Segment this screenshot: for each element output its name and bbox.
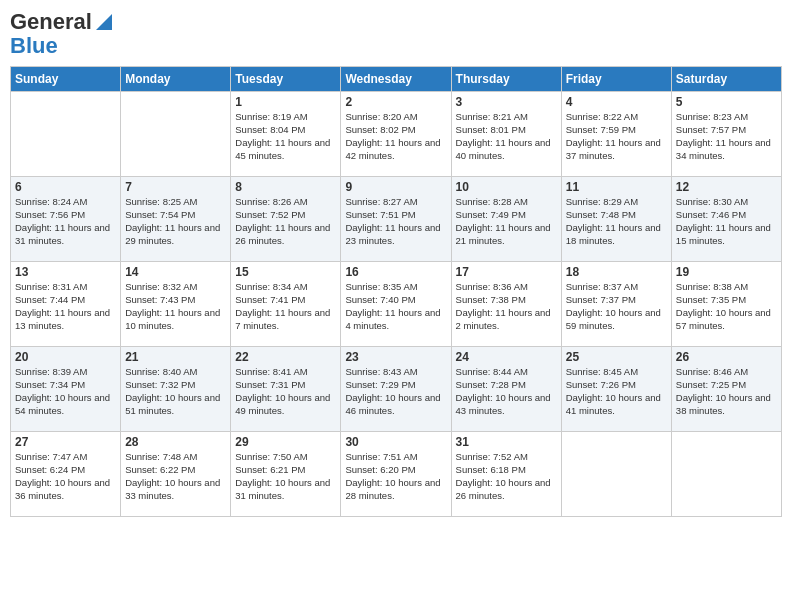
day-info: Sunrise: 8:36 AM Sunset: 7:38 PM Dayligh… (456, 281, 557, 332)
calendar-week-row: 1Sunrise: 8:19 AM Sunset: 8:04 PM Daylig… (11, 92, 782, 177)
day-number: 1 (235, 95, 336, 109)
calendar-day-header: Wednesday (341, 67, 451, 92)
calendar-cell: 27Sunrise: 7:47 AM Sunset: 6:24 PM Dayli… (11, 432, 121, 517)
day-info: Sunrise: 8:41 AM Sunset: 7:31 PM Dayligh… (235, 366, 336, 417)
logo-general: General (10, 10, 92, 34)
calendar-cell: 5Sunrise: 8:23 AM Sunset: 7:57 PM Daylig… (671, 92, 781, 177)
calendar-cell: 3Sunrise: 8:21 AM Sunset: 8:01 PM Daylig… (451, 92, 561, 177)
calendar-table: SundayMondayTuesdayWednesdayThursdayFrid… (10, 66, 782, 517)
day-number: 29 (235, 435, 336, 449)
day-info: Sunrise: 8:44 AM Sunset: 7:28 PM Dayligh… (456, 366, 557, 417)
calendar-cell: 29Sunrise: 7:50 AM Sunset: 6:21 PM Dayli… (231, 432, 341, 517)
calendar-cell: 14Sunrise: 8:32 AM Sunset: 7:43 PM Dayli… (121, 262, 231, 347)
calendar-cell: 12Sunrise: 8:30 AM Sunset: 7:46 PM Dayli… (671, 177, 781, 262)
calendar-cell: 11Sunrise: 8:29 AM Sunset: 7:48 PM Dayli… (561, 177, 671, 262)
calendar-week-row: 27Sunrise: 7:47 AM Sunset: 6:24 PM Dayli… (11, 432, 782, 517)
day-number: 21 (125, 350, 226, 364)
day-info: Sunrise: 8:35 AM Sunset: 7:40 PM Dayligh… (345, 281, 446, 332)
day-number: 24 (456, 350, 557, 364)
calendar-cell: 21Sunrise: 8:40 AM Sunset: 7:32 PM Dayli… (121, 347, 231, 432)
day-number: 16 (345, 265, 446, 279)
calendar-day-header: Saturday (671, 67, 781, 92)
svg-marker-0 (96, 14, 112, 30)
day-info: Sunrise: 8:39 AM Sunset: 7:34 PM Dayligh… (15, 366, 116, 417)
day-info: Sunrise: 8:30 AM Sunset: 7:46 PM Dayligh… (676, 196, 777, 247)
day-number: 30 (345, 435, 446, 449)
day-info: Sunrise: 8:19 AM Sunset: 8:04 PM Dayligh… (235, 111, 336, 162)
calendar-cell: 25Sunrise: 8:45 AM Sunset: 7:26 PM Dayli… (561, 347, 671, 432)
day-info: Sunrise: 8:34 AM Sunset: 7:41 PM Dayligh… (235, 281, 336, 332)
calendar-cell: 30Sunrise: 7:51 AM Sunset: 6:20 PM Dayli… (341, 432, 451, 517)
day-info: Sunrise: 8:37 AM Sunset: 7:37 PM Dayligh… (566, 281, 667, 332)
day-number: 3 (456, 95, 557, 109)
calendar-day-header: Tuesday (231, 67, 341, 92)
day-info: Sunrise: 7:51 AM Sunset: 6:20 PM Dayligh… (345, 451, 446, 502)
day-info: Sunrise: 8:43 AM Sunset: 7:29 PM Dayligh… (345, 366, 446, 417)
calendar-week-row: 13Sunrise: 8:31 AM Sunset: 7:44 PM Dayli… (11, 262, 782, 347)
day-number: 4 (566, 95, 667, 109)
calendar-cell (11, 92, 121, 177)
calendar-cell: 13Sunrise: 8:31 AM Sunset: 7:44 PM Dayli… (11, 262, 121, 347)
day-info: Sunrise: 8:31 AM Sunset: 7:44 PM Dayligh… (15, 281, 116, 332)
day-number: 10 (456, 180, 557, 194)
calendar-cell: 10Sunrise: 8:28 AM Sunset: 7:49 PM Dayli… (451, 177, 561, 262)
day-number: 26 (676, 350, 777, 364)
day-number: 20 (15, 350, 116, 364)
day-info: Sunrise: 7:52 AM Sunset: 6:18 PM Dayligh… (456, 451, 557, 502)
day-number: 9 (345, 180, 446, 194)
calendar-cell: 31Sunrise: 7:52 AM Sunset: 6:18 PM Dayli… (451, 432, 561, 517)
calendar-cell: 16Sunrise: 8:35 AM Sunset: 7:40 PM Dayli… (341, 262, 451, 347)
day-info: Sunrise: 8:32 AM Sunset: 7:43 PM Dayligh… (125, 281, 226, 332)
calendar-cell (561, 432, 671, 517)
day-info: Sunrise: 7:48 AM Sunset: 6:22 PM Dayligh… (125, 451, 226, 502)
day-number: 19 (676, 265, 777, 279)
calendar-day-header: Friday (561, 67, 671, 92)
day-info: Sunrise: 8:29 AM Sunset: 7:48 PM Dayligh… (566, 196, 667, 247)
day-number: 12 (676, 180, 777, 194)
calendar-cell: 22Sunrise: 8:41 AM Sunset: 7:31 PM Dayli… (231, 347, 341, 432)
day-number: 11 (566, 180, 667, 194)
day-number: 17 (456, 265, 557, 279)
calendar-cell: 7Sunrise: 8:25 AM Sunset: 7:54 PM Daylig… (121, 177, 231, 262)
day-number: 27 (15, 435, 116, 449)
calendar-cell: 4Sunrise: 8:22 AM Sunset: 7:59 PM Daylig… (561, 92, 671, 177)
calendar-day-header: Sunday (11, 67, 121, 92)
calendar-cell (671, 432, 781, 517)
day-number: 25 (566, 350, 667, 364)
day-info: Sunrise: 8:22 AM Sunset: 7:59 PM Dayligh… (566, 111, 667, 162)
day-number: 31 (456, 435, 557, 449)
day-info: Sunrise: 8:26 AM Sunset: 7:52 PM Dayligh… (235, 196, 336, 247)
logo: General Blue (10, 10, 114, 58)
day-number: 18 (566, 265, 667, 279)
calendar-day-header: Thursday (451, 67, 561, 92)
calendar-cell: 6Sunrise: 8:24 AM Sunset: 7:56 PM Daylig… (11, 177, 121, 262)
day-info: Sunrise: 8:20 AM Sunset: 8:02 PM Dayligh… (345, 111, 446, 162)
day-info: Sunrise: 7:50 AM Sunset: 6:21 PM Dayligh… (235, 451, 336, 502)
calendar-cell: 19Sunrise: 8:38 AM Sunset: 7:35 PM Dayli… (671, 262, 781, 347)
day-number: 7 (125, 180, 226, 194)
day-number: 22 (235, 350, 336, 364)
day-info: Sunrise: 8:24 AM Sunset: 7:56 PM Dayligh… (15, 196, 116, 247)
day-info: Sunrise: 8:27 AM Sunset: 7:51 PM Dayligh… (345, 196, 446, 247)
logo-blue: Blue (10, 34, 58, 58)
calendar-week-row: 6Sunrise: 8:24 AM Sunset: 7:56 PM Daylig… (11, 177, 782, 262)
calendar-cell: 18Sunrise: 8:37 AM Sunset: 7:37 PM Dayli… (561, 262, 671, 347)
calendar-cell: 9Sunrise: 8:27 AM Sunset: 7:51 PM Daylig… (341, 177, 451, 262)
calendar-cell: 2Sunrise: 8:20 AM Sunset: 8:02 PM Daylig… (341, 92, 451, 177)
day-info: Sunrise: 8:45 AM Sunset: 7:26 PM Dayligh… (566, 366, 667, 417)
calendar-header-row: SundayMondayTuesdayWednesdayThursdayFrid… (11, 67, 782, 92)
day-info: Sunrise: 7:47 AM Sunset: 6:24 PM Dayligh… (15, 451, 116, 502)
calendar-cell: 1Sunrise: 8:19 AM Sunset: 8:04 PM Daylig… (231, 92, 341, 177)
day-number: 13 (15, 265, 116, 279)
page-header: General Blue (10, 10, 782, 58)
day-number: 28 (125, 435, 226, 449)
logo-triangle-icon (94, 12, 114, 32)
day-number: 2 (345, 95, 446, 109)
day-number: 6 (15, 180, 116, 194)
calendar-cell: 8Sunrise: 8:26 AM Sunset: 7:52 PM Daylig… (231, 177, 341, 262)
calendar-cell: 28Sunrise: 7:48 AM Sunset: 6:22 PM Dayli… (121, 432, 231, 517)
day-number: 14 (125, 265, 226, 279)
day-info: Sunrise: 8:46 AM Sunset: 7:25 PM Dayligh… (676, 366, 777, 417)
calendar-day-header: Monday (121, 67, 231, 92)
day-info: Sunrise: 8:40 AM Sunset: 7:32 PM Dayligh… (125, 366, 226, 417)
